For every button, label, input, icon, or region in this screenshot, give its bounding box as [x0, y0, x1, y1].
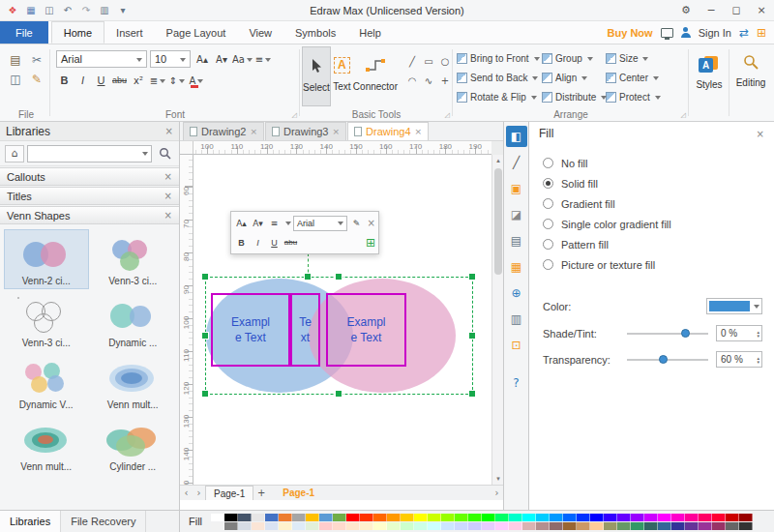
palette-swatch[interactable]: [550, 522, 563, 530]
slider-thumb[interactable]: [681, 329, 690, 338]
freeform-tool-icon[interactable]: ∿: [421, 72, 436, 90]
palette-swatch[interactable]: [671, 514, 685, 521]
vertical-scrollbar[interactable]: ▴ ▾: [491, 155, 503, 485]
page-tab[interactable]: Page-1: [205, 486, 253, 500]
italic-button[interactable]: I: [251, 235, 265, 251]
text-align-icon[interactable]: ≡: [267, 216, 282, 231]
palette-swatch[interactable]: [509, 514, 522, 521]
mini-font-family-combo[interactable]: Arial: [293, 216, 347, 231]
palette-swatch[interactable]: [590, 514, 604, 521]
tab-help[interactable]: Help: [347, 21, 393, 44]
copy-icon[interactable]: ◫: [7, 72, 24, 87]
palette-swatch[interactable]: [536, 514, 550, 521]
palette-swatch[interactable]: [279, 522, 292, 530]
selection-handle[interactable]: [201, 273, 209, 281]
styles-button[interactable]: A Styles: [689, 44, 729, 116]
document-icon[interactable]: ▥: [506, 309, 527, 330]
selection-handle[interactable]: [468, 390, 476, 398]
palette-swatch[interactable]: [577, 522, 590, 530]
tab-view[interactable]: View: [237, 21, 283, 44]
palette-swatch[interactable]: [401, 514, 414, 521]
tab-home[interactable]: Home: [51, 21, 104, 44]
section-venn-shapes[interactable]: Venn Shapes×: [0, 206, 179, 224]
palette-swatch[interactable]: [265, 514, 279, 521]
venn-text-right[interactable]: Exampl e Text: [326, 293, 406, 367]
palette-swatch[interactable]: [373, 522, 387, 530]
palette-swatch[interactable]: [482, 514, 495, 521]
grow-font-icon[interactable]: A▴: [234, 216, 249, 231]
palette-swatch[interactable]: [644, 514, 658, 521]
palette-swatch[interactable]: [373, 514, 387, 521]
venn-text-left[interactable]: Exampl e Text: [211, 293, 290, 367]
close-icon[interactable]: ×: [368, 218, 375, 228]
arrange-rotate-flip[interactable]: Rotate & Flip: [457, 87, 542, 106]
hyperlink-icon[interactable]: ⊕: [506, 282, 527, 304]
spin-down-icon[interactable]: ▾: [757, 334, 759, 338]
sign-in-link[interactable]: Sign In: [699, 27, 731, 39]
palette-swatch[interactable]: [590, 522, 604, 530]
palette-swatch[interactable]: [550, 514, 563, 521]
grow-font-icon[interactable]: A▴: [194, 50, 211, 68]
text-tool-button[interactable]: A Text: [333, 46, 351, 106]
palette-swatch[interactable]: [482, 522, 495, 530]
fill-option-gradient-fill[interactable]: Gradient fill: [543, 193, 774, 214]
connection-grid-icon[interactable]: ⊞: [366, 236, 375, 250]
arrange-size[interactable]: Size: [606, 48, 675, 68]
search-icon[interactable]: [155, 145, 174, 163]
library-item-venn-3-ci[interactable]: Venn-3 ci...: [91, 229, 176, 289]
help-icon[interactable]: ?: [506, 372, 527, 394]
shadow-icon[interactable]: ◪: [506, 204, 527, 225]
cut-icon[interactable]: ✂: [28, 52, 45, 68]
palette-swatch[interactable]: [360, 514, 373, 521]
section-titles[interactable]: Titles×: [0, 187, 179, 205]
library-item-venn-mult[interactable]: Venn mult...: [91, 353, 176, 413]
arrange-distribute[interactable]: Distribute: [542, 87, 606, 106]
palette-swatch[interactable]: [238, 522, 252, 530]
save-icon[interactable]: ◫: [41, 3, 58, 18]
fill-option-single-color-gradient-fill[interactable]: Single color gradient fill: [543, 214, 774, 234]
palette-swatch[interactable]: [685, 522, 699, 530]
palette-swatch[interactable]: [522, 514, 536, 521]
palette-swatch[interactable]: [441, 514, 455, 521]
palette-swatch[interactable]: [319, 514, 333, 521]
selection-handle[interactable]: [468, 273, 476, 281]
palette-swatch[interactable]: [360, 522, 373, 530]
palette-swatch[interactable]: [346, 522, 360, 530]
bold-button[interactable]: B: [234, 235, 249, 251]
text-align-icon[interactable]: ≡: [254, 50, 272, 68]
palette-swatch[interactable]: [441, 522, 455, 530]
close-icon[interactable]: ×: [749, 0, 774, 20]
selection-handle[interactable]: [201, 390, 209, 398]
paste-icon[interactable]: ▤: [7, 52, 24, 68]
library-item-venn-2-ci[interactable]: Venn-2 ci...: [4, 229, 89, 289]
palette-swatch[interactable]: [739, 522, 753, 530]
dialog-launcher-icon[interactable]: ◿: [681, 111, 686, 119]
ellipse-tool-icon[interactable]: ○: [437, 52, 453, 71]
minimize-icon[interactable]: −: [699, 0, 724, 20]
strikethrough-button[interactable]: abu: [283, 235, 298, 251]
close-icon[interactable]: ×: [415, 127, 423, 136]
palette-swatch[interactable]: [414, 522, 428, 530]
home-icon[interactable]: ⌂: [5, 145, 24, 163]
close-icon[interactable]: ×: [757, 129, 764, 139]
doc-tab-drawing4[interactable]: Drawing4×: [347, 122, 429, 140]
comment-icon[interactable]: ⊡: [506, 335, 527, 356]
menu-icon[interactable]: ▦: [22, 3, 40, 18]
arrange-align[interactable]: Align: [542, 68, 606, 87]
close-icon[interactable]: ×: [250, 127, 257, 136]
page-setup-icon[interactable]: ▤: [506, 230, 527, 251]
palette-swatch[interactable]: [604, 514, 617, 521]
palette-swatch[interactable]: [306, 522, 319, 530]
palette-swatch[interactable]: [292, 514, 306, 521]
bold-button[interactable]: B: [56, 73, 73, 89]
arrange-protect[interactable]: Protect: [606, 87, 675, 106]
fill-option-picture-or-texture-fill[interactable]: Picture or texture fill: [543, 254, 774, 275]
palette-swatch[interactable]: [563, 514, 577, 521]
spin-down-icon[interactable]: ▾: [757, 360, 759, 364]
selection-handle[interactable]: [468, 332, 476, 340]
arrange-bring-to-front[interactable]: Bring to Front: [457, 48, 542, 68]
underline-button[interactable]: U: [267, 235, 282, 251]
palette-swatch[interactable]: [726, 522, 739, 530]
apps-icon[interactable]: ⊞: [757, 26, 766, 40]
close-icon[interactable]: ×: [165, 126, 173, 136]
